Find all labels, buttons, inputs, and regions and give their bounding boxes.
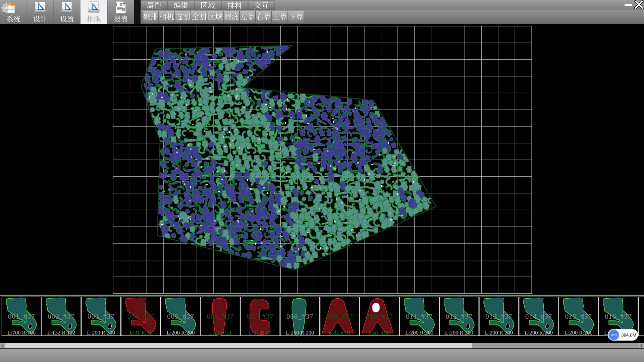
svg-text:L:200 R:200: L:200 R:200: [525, 329, 553, 336]
svg-text:009_#37: 009_#37: [326, 312, 354, 320]
svg-text:004_#37: 004_#37: [127, 312, 155, 320]
svg-text:012_#37: 012_#37: [446, 312, 473, 320]
svg-text:011_#37: 011_#37: [406, 312, 433, 320]
svg-text:L:200 R:200: L:200 R:200: [87, 329, 115, 336]
svg-text:L:21 R:21: L:21 R:21: [209, 329, 231, 336]
svg-text:38%: 38%: [610, 333, 617, 337]
svg-text:L:200 R:200: L:200 R:200: [167, 329, 195, 336]
svg-text:002_#37: 002_#37: [48, 312, 75, 320]
svg-text:L:200 R:200: L:200 R:200: [405, 329, 433, 336]
svg-text:007_#37: 007_#37: [247, 312, 274, 320]
svg-text:003_#37: 003_#37: [88, 312, 115, 320]
svg-text:005_#37: 005_#37: [167, 312, 194, 320]
svg-text:010_#37: 010_#37: [366, 312, 393, 320]
svg-text:L:31 R:31: L:31 R:31: [129, 329, 152, 336]
svg-text:L:200 R:200: L:200 R:200: [565, 329, 593, 336]
svg-text:008_#37: 008_#37: [286, 312, 314, 320]
svg-text:015_#37: 015_#37: [565, 312, 592, 320]
svg-text:384.8M: 384.8M: [621, 333, 636, 338]
svg-text:014_#37: 014_#37: [525, 312, 552, 320]
svg-text:L:200 R:200: L:200 R:200: [445, 329, 473, 336]
svg-text:013_#37: 013_#37: [485, 312, 513, 320]
svg-text:L:32 R:31: L:32 R:31: [328, 329, 351, 336]
svg-text:L:132 R:132: L:132 R:132: [47, 329, 75, 336]
svg-text:L:700 R:700: L:700 R:700: [7, 329, 36, 336]
svg-text:L:33 R:33: L:33 R:33: [368, 329, 391, 336]
svg-text:016_#37: 016_#37: [605, 312, 632, 320]
svg-text:L:31 R:31: L:31 R:31: [249, 329, 271, 336]
svg-text:L:200 R:200: L:200 R:200: [485, 329, 513, 336]
svg-text:006_#37: 006_#37: [207, 312, 234, 320]
svg-text:L:200 R:200: L:200 R:200: [286, 329, 314, 336]
svg-text:001_#37: 001_#37: [8, 312, 35, 320]
